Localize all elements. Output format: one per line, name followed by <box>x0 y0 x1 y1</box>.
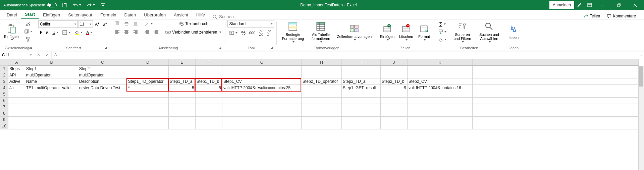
decrease-indent-button[interactable] <box>143 29 151 36</box>
increase-font-button[interactable]: A▴ <box>93 20 101 28</box>
format-as-table-button[interactable]: Als Tabelle formatieren <box>308 20 333 44</box>
align-middle-button[interactable] <box>122 20 131 27</box>
column-header[interactable]: C <box>78 59 127 66</box>
cell[interactable]: validHTTP:200&&result==contains:25 <box>222 85 302 91</box>
insert-cells-button[interactable]: Einfügen <box>378 20 396 44</box>
cell[interactable]: Step1_GET_result <box>342 85 381 91</box>
cell[interactable]: 5 <box>196 85 222 91</box>
cell[interactable]: 5 <box>169 85 196 91</box>
cell[interactable]: Active <box>8 78 25 85</box>
share-button[interactable]: Teilen <box>581 13 603 19</box>
cell[interactable] <box>342 123 381 129</box>
cut-button[interactable] <box>22 20 34 27</box>
cell[interactable] <box>302 98 342 104</box>
cell[interactable] <box>302 72 342 78</box>
vertical-scrollbar[interactable] <box>638 66 644 170</box>
cell[interactable] <box>342 66 381 72</box>
cell[interactable] <box>127 91 169 98</box>
cell[interactable] <box>169 110 196 117</box>
column-header[interactable]: E <box>169 59 196 66</box>
cell[interactable] <box>169 66 196 72</box>
cell[interactable] <box>8 123 25 129</box>
italic-button[interactable]: K <box>44 29 50 36</box>
cell[interactable] <box>25 91 78 98</box>
signin-button[interactable]: Anmelden <box>549 1 574 9</box>
copy-button[interactable] <box>22 28 34 35</box>
cell[interactable] <box>302 117 342 123</box>
tab-formulas[interactable]: Formeln <box>96 11 120 19</box>
cell[interactable] <box>222 66 302 72</box>
insert-function-button[interactable]: fx <box>52 51 60 59</box>
scrollbar-thumb[interactable] <box>639 66 643 87</box>
cell[interactable] <box>127 104 169 110</box>
cell[interactable] <box>342 110 381 117</box>
cell[interactable] <box>169 123 196 129</box>
cell[interactable] <box>127 123 169 129</box>
close-button[interactable] <box>627 0 643 10</box>
cell[interactable] <box>196 110 222 117</box>
cell[interactable] <box>169 72 196 78</box>
cell[interactable]: Name <box>25 78 78 85</box>
tell-me-search[interactable]: Suchen <box>209 14 237 19</box>
row-header[interactable]: 2 <box>0 72 8 78</box>
cell[interactable] <box>25 123 78 129</box>
cell[interactable] <box>222 72 302 78</box>
autosave-toggle[interactable]: Automatisches Speichern <box>1 1 59 9</box>
cell[interactable] <box>78 110 127 117</box>
cell[interactable] <box>381 72 408 78</box>
ideas-button[interactable]: Ideen <box>506 20 522 44</box>
cell[interactable] <box>342 104 381 110</box>
align-left-button[interactable] <box>113 29 122 36</box>
cell[interactable] <box>342 98 381 104</box>
cell[interactable] <box>8 98 25 104</box>
cell[interactable]: Step2_TD_a <box>342 78 381 85</box>
percent-button[interactable]: % <box>239 29 247 37</box>
cell[interactable] <box>408 66 473 72</box>
cell[interactable] <box>8 104 25 110</box>
maximize-button[interactable] <box>611 0 627 10</box>
cell[interactable] <box>222 98 302 104</box>
cell[interactable] <box>302 91 342 98</box>
cell[interactable]: Step2_TD_operator <box>302 78 342 85</box>
cell[interactable]: Step1_TD_b <box>196 78 222 85</box>
tab-pagelayout[interactable]: Seitenlayout <box>64 11 96 19</box>
cell[interactable] <box>381 98 408 104</box>
cell[interactable] <box>408 117 473 123</box>
cell[interactable] <box>78 117 127 123</box>
column-header[interactable]: K <box>408 59 473 66</box>
autosum-button[interactable]: ∑ <box>436 20 448 28</box>
cell[interactable] <box>408 123 473 129</box>
cell[interactable] <box>381 110 408 117</box>
alignment-dialog-launcher[interactable]: ◢ <box>218 45 222 50</box>
cell[interactable] <box>381 117 408 123</box>
cell[interactable]: validHTTP:200&&contains:16 <box>408 85 473 91</box>
align-top-button[interactable] <box>113 20 122 27</box>
cell[interactable] <box>78 91 127 98</box>
conditional-formatting-button[interactable]: Bedingte Formatierung <box>279 20 307 44</box>
cell[interactable] <box>222 104 302 110</box>
row-header[interactable]: 8 <box>0 110 8 117</box>
cell[interactable]: multiOperator <box>25 72 78 78</box>
row-header[interactable]: 4 <box>0 85 8 91</box>
cell[interactable] <box>222 110 302 117</box>
find-select-button[interactable]: Suchen und Auswählen <box>476 20 502 44</box>
cell[interactable]: multiOperator <box>78 72 127 78</box>
cell[interactable] <box>127 110 169 117</box>
font-color-button[interactable]: A <box>85 29 94 36</box>
enter-formula-button[interactable]: ✓ <box>43 51 52 59</box>
cell[interactable] <box>408 110 473 117</box>
paste-button[interactable]: Einfügen <box>2 20 21 44</box>
cell[interactable] <box>8 91 25 98</box>
accounting-format-button[interactable]: € <box>227 29 239 37</box>
increase-decimal-button[interactable]: ,0,00 <box>257 29 265 37</box>
cell[interactable] <box>127 117 169 123</box>
cell[interactable] <box>169 91 196 98</box>
column-header[interactable]: B <box>25 59 78 66</box>
number-format-combo[interactable]: Standard▾ <box>227 20 274 27</box>
column-header[interactable]: G <box>222 59 302 66</box>
cell[interactable] <box>222 123 302 129</box>
cell[interactable] <box>408 104 473 110</box>
formula-input[interactable] <box>60 51 637 59</box>
cell[interactable] <box>222 117 302 123</box>
select-all-corner[interactable] <box>0 59 8 66</box>
